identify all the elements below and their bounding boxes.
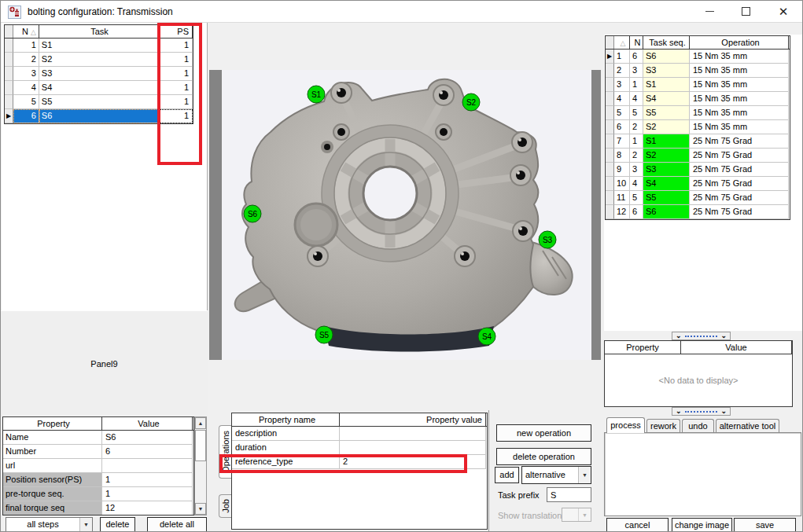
sequence-row[interactable]: 62S215 Nm 35 mm [606,120,790,134]
tab-alternative-tool[interactable]: alternative tool [716,419,779,432]
cell-n[interactable]: 3 [13,67,39,81]
table-row[interactable]: 2S21 [5,53,193,67]
sequence-row[interactable]: 126S625 Nm 75 Grad [606,205,790,219]
minimize-button[interactable] [694,1,724,22]
column-header-property-name[interactable]: Property name [232,413,340,426]
cell-task[interactable]: S6 [39,109,158,123]
add-button[interactable]: add [495,467,519,483]
sequence-row[interactable]: 55S515 Nm 35 mm [606,106,790,120]
bolt-label-s4[interactable]: S4 [478,328,496,346]
sequence-row[interactable]: 93S325 Nm 75 Grad [606,163,790,177]
column-header-task[interactable]: Task [39,25,158,38]
change-image-button[interactable]: change image [672,518,732,532]
property-value[interactable]: 2 [340,455,486,469]
new-operation-button[interactable]: new operation [496,424,591,442]
property-value[interactable] [102,459,193,473]
sequence-row[interactable]: 44S415 Nm 35 mm [606,92,790,106]
sequence-row[interactable]: 115S525 Nm 75 Grad [606,191,790,205]
cell-task[interactable]: S3 [39,67,158,81]
task-prefix-input[interactable] [547,487,591,502]
property-row[interactable]: NameS6 [3,431,193,445]
sequence-row[interactable]: 82S225 Nm 75 Grad [606,149,790,163]
property-row[interactable]: Position sensor(PS)1 [3,473,193,487]
delete-button[interactable]: delete [100,517,135,532]
maximize-button[interactable] [731,1,761,22]
cell-n[interactable]: 2 [13,53,39,67]
bolt-label-s3[interactable]: S3 [539,231,557,249]
cell-ps[interactable]: 1 [158,95,193,109]
column-header-property[interactable]: Property [605,341,681,354]
bolt-label-s1[interactable]: S1 [308,86,326,104]
table-row[interactable]: 1S11 [5,39,193,53]
cancel-button[interactable]: cancel [606,518,669,532]
tab-process[interactable]: process [606,417,645,433]
bolt-label-s6[interactable]: S6 [244,205,262,223]
cell-ps[interactable]: 1 [158,39,193,53]
cell-task[interactable]: S1 [39,39,158,53]
property-row[interactable]: reference_type2 [232,455,487,469]
process-tab-content[interactable] [604,432,801,516]
scroll-down-icon[interactable]: ▼ [195,503,206,515]
column-header-property[interactable]: Property [3,417,102,430]
cell-ps[interactable]: 1 [158,53,193,67]
sequence-row[interactable]: 23S315 Nm 35 mm [606,64,790,78]
column-header-property-value[interactable]: Property value [340,413,486,426]
close-button[interactable]: ✕ [768,1,798,22]
property-row[interactable]: description [232,427,487,441]
property-row[interactable]: url [3,459,193,473]
bolt-label-s2[interactable]: S2 [462,94,481,112]
property-value[interactable]: 1 [102,473,193,487]
sequence-row[interactable]: 71S125 Nm 75 Grad [606,134,790,149]
bolt-label-s5[interactable]: S5 [315,326,333,344]
splitter-collapse-top[interactable]: ⌄ ⌄ [672,332,731,340]
chevron-down-icon[interactable]: ▼ [578,467,591,483]
property-value[interactable] [340,427,486,441]
tab-undo[interactable]: undo [682,419,714,432]
cell-task[interactable]: S2 [39,53,158,67]
cell-task[interactable]: S5 [39,95,158,109]
alternative-tool-select[interactable]: alternative tool ▼ [521,466,591,484]
delete-all-button[interactable]: delete all [147,517,207,532]
property-value[interactable]: 6 [102,445,193,459]
tab-job[interactable]: Job [219,494,232,518]
table-row[interactable]: 4S41 [5,81,193,95]
property-row[interactable]: pre-torque seq.1 [3,487,193,501]
column-header-operation[interactable]: Operation [690,36,789,49]
cell-ps[interactable]: 1 [158,81,193,95]
property-value[interactable] [340,441,486,455]
tab-operations[interactable]: Operations [219,425,232,479]
save-button[interactable]: save [734,518,796,532]
table-row[interactable]: 3S31 [5,67,193,81]
property-row[interactable]: Number6 [3,445,193,459]
column-header-task-seq[interactable]: Task seq. [643,36,690,49]
property-value[interactable]: 12 [102,501,193,515]
property-row[interactable]: final torque seq12 [3,501,193,515]
column-header-n[interactable]: N [630,36,643,49]
sequence-row[interactable]: 104S425 Nm 75 Grad [606,177,790,191]
property-value[interactable]: S6 [102,431,193,445]
column-header-ps[interactable]: PS [158,25,193,38]
column-header-sort[interactable]: △ [614,36,630,49]
column-header-value[interactable]: Value [102,417,193,430]
delete-operation-button[interactable]: delete operation [496,448,591,465]
property-value[interactable]: 1 [102,487,193,501]
transmission-photo[interactable]: S1 S2 S3 S4 S5 S6 [222,70,591,360]
cell-task[interactable]: S4 [39,81,158,95]
cell-n[interactable]: 5 [13,95,39,109]
cell-ps[interactable]: 1 [158,67,193,81]
tab-rework[interactable]: rework [646,419,680,432]
sequence-row[interactable]: 31S115 Nm 35 mm [606,78,790,92]
splitter-collapse-bottom[interactable]: ⌄ ⌄ [672,407,731,416]
cell-n[interactable]: 1 [13,39,39,53]
scrollbar-thumb[interactable] [195,430,206,461]
table-row[interactable]: 5S51 [5,95,193,109]
column-header-value[interactable]: Value [681,341,792,354]
cell-n[interactable]: 6 [13,109,39,123]
cell-n[interactable]: 4 [13,81,39,95]
scroll-up-icon[interactable]: ▲ [195,417,206,429]
table-row-selected[interactable]: ▶6S61 [5,109,193,123]
sequence-row[interactable]: ▶16S615 Nm 35 mm [606,50,790,64]
column-header-n[interactable]: N △ [13,25,39,38]
steps-select[interactable]: all steps ▼ [6,517,93,532]
cell-ps[interactable]: 1 [158,109,193,123]
